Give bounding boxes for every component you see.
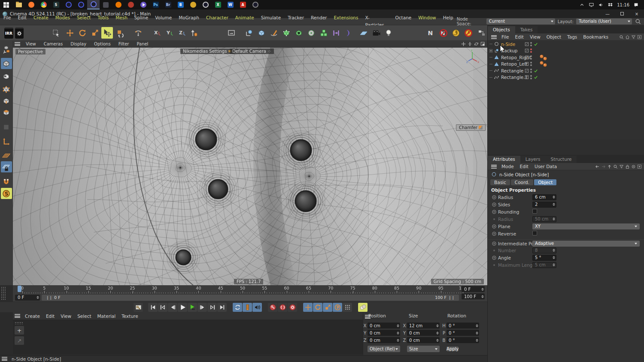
move-tool[interactable] bbox=[64, 27, 76, 39]
om-menu-view[interactable]: View bbox=[527, 34, 544, 39]
keycircle-icon[interactable] bbox=[492, 209, 497, 214]
visibility-dots[interactable] bbox=[530, 48, 532, 53]
goto-end[interactable] bbox=[217, 303, 227, 312]
home-icon[interactable] bbox=[625, 34, 630, 40]
material-menu-create[interactable]: Create bbox=[22, 314, 43, 319]
arrowright-icon[interactable] bbox=[601, 164, 606, 169]
dropbox-icon[interactable] bbox=[608, 2, 613, 8]
object-row-n-side[interactable]: n-Side bbox=[488, 41, 644, 48]
taskbar-start[interactable] bbox=[0, 0, 12, 9]
play-active[interactable] bbox=[188, 303, 197, 312]
subtab-basic[interactable]: Basic bbox=[490, 179, 510, 185]
om-menu-edit[interactable]: Edit bbox=[512, 34, 527, 39]
object-axis-mode[interactable] bbox=[1, 136, 12, 147]
xpresso-node[interactable] bbox=[476, 27, 487, 39]
attr-menu-user-data[interactable]: User Data bbox=[532, 164, 560, 169]
taskbar-substance[interactable] bbox=[125, 0, 137, 9]
nodes-renderer[interactable]: N bbox=[425, 27, 437, 39]
visibility-dots[interactable] bbox=[530, 69, 532, 73]
viewport-settings-label[interactable]: Nikomedias Settings ✱ bbox=[180, 48, 234, 54]
network-icon[interactable] bbox=[589, 2, 594, 8]
taskbar-bridge[interactable]: Br bbox=[162, 0, 174, 9]
coord-dropdown-size[interactable]: Size bbox=[407, 346, 440, 352]
taskbar-quixel[interactable] bbox=[187, 0, 199, 9]
subtab-object[interactable]: Object bbox=[534, 179, 556, 185]
apply-button[interactable]: Apply bbox=[447, 347, 459, 351]
tab-layers[interactable]: Layers bbox=[520, 156, 546, 163]
attributes-menu-icon[interactable] bbox=[491, 165, 497, 169]
default-camera-label[interactable]: Default Camera ⁘ bbox=[230, 48, 274, 54]
taskbar-app-ring-1[interactable] bbox=[62, 0, 75, 9]
taskbar-firefox[interactable] bbox=[25, 0, 37, 9]
key-interpolation[interactable] bbox=[134, 303, 143, 312]
render-settings-button[interactable] bbox=[15, 27, 24, 39]
om-menu-bookmarks[interactable]: Bookmarks bbox=[580, 34, 611, 39]
subtab-coord-[interactable]: Coord. bbox=[511, 179, 533, 185]
floor-object[interactable] bbox=[358, 27, 369, 39]
sides-input[interactable]: 2 bbox=[532, 202, 556, 208]
enable-snap[interactable] bbox=[1, 176, 12, 187]
autokeying[interactable] bbox=[358, 303, 368, 312]
node-space-select[interactable]: Current (Standard/Physical) bbox=[486, 18, 555, 24]
coord-dropdown-object-rel-[interactable]: Object (Rel) bbox=[368, 346, 400, 352]
angle-input[interactable]: 5 ° bbox=[532, 255, 556, 261]
object-manager-menu-icon[interactable] bbox=[491, 35, 497, 39]
pencil-icon[interactable] bbox=[525, 75, 529, 79]
plane-dropdown[interactable]: XY bbox=[532, 223, 640, 229]
z-axis-lock[interactable]: Z bbox=[176, 27, 188, 39]
target-icon[interactable] bbox=[631, 164, 636, 169]
edges-mode[interactable] bbox=[1, 95, 12, 106]
object-row-retopo-right[interactable]: Retopo_Right bbox=[488, 54, 644, 61]
rounding-checkbox[interactable] bbox=[532, 209, 537, 214]
keycircle-icon[interactable] bbox=[492, 231, 497, 236]
visibility-dots[interactable] bbox=[530, 55, 532, 60]
taskbar-media-player[interactable] bbox=[137, 0, 149, 9]
pencil-icon[interactable] bbox=[525, 42, 529, 46]
keycircle-icon[interactable] bbox=[492, 255, 497, 260]
viewport-menu-cameras[interactable]: Cameras bbox=[40, 42, 67, 46]
pencil-icon[interactable] bbox=[525, 62, 529, 66]
keycircle-icon[interactable] bbox=[492, 241, 497, 246]
taskbar-explorer[interactable] bbox=[12, 0, 25, 9]
workplane-mode[interactable] bbox=[1, 150, 12, 161]
notifications-icon[interactable] bbox=[633, 2, 639, 8]
boole-generator[interactable] bbox=[293, 27, 304, 39]
taskbar-cinema4d[interactable]: S bbox=[50, 0, 62, 9]
pencil-icon[interactable] bbox=[525, 55, 529, 60]
arrowup-icon[interactable] bbox=[607, 164, 612, 169]
status-menu-icon[interactable] bbox=[2, 357, 7, 361]
live-selection-tool[interactable] bbox=[50, 27, 62, 39]
active-move-tool[interactable] bbox=[101, 27, 113, 39]
reverse-checkbox[interactable] bbox=[532, 231, 537, 235]
x-axis-lock[interactable]: X bbox=[152, 27, 163, 39]
taskbar-chrome[interactable] bbox=[37, 0, 50, 9]
light-object[interactable] bbox=[383, 27, 394, 39]
spline-smooth-tool[interactable] bbox=[132, 27, 144, 39]
goto-next-key[interactable] bbox=[207, 303, 217, 312]
magnify-icon[interactable] bbox=[619, 34, 624, 40]
material-grip[interactable] bbox=[15, 322, 23, 324]
cube-primitive[interactable] bbox=[255, 27, 267, 39]
subdivision-surface[interactable] bbox=[280, 27, 292, 39]
viewport-canvas[interactable] bbox=[13, 48, 487, 285]
key-pla[interactable] bbox=[343, 303, 352, 312]
lock-workplane[interactable] bbox=[1, 161, 12, 172]
tweak-mode[interactable] bbox=[1, 121, 12, 133]
keyframe-range[interactable] bbox=[243, 303, 252, 312]
play-sound[interactable] bbox=[252, 303, 262, 312]
tab-objects[interactable]: Objects bbox=[488, 26, 515, 33]
taskbar-affinity[interactable] bbox=[199, 0, 212, 9]
coord-input-position-x[interactable]: 0 cm bbox=[368, 323, 400, 329]
attr-menu-edit[interactable]: Edit bbox=[517, 164, 532, 169]
om-menu-file[interactable]: File bbox=[498, 34, 512, 39]
keycircle-icon[interactable] bbox=[492, 195, 497, 200]
viewport-menu-filter[interactable]: Filter bbox=[115, 42, 133, 46]
pencil-icon[interactable] bbox=[525, 69, 529, 73]
play-forwards[interactable] bbox=[178, 303, 187, 312]
object-row-backup[interactable]: Backup bbox=[488, 48, 644, 54]
nodes-renderer-off[interactable]: N bbox=[437, 27, 449, 39]
taskbar-blender[interactable] bbox=[112, 0, 125, 9]
pan-icon[interactable] bbox=[461, 41, 466, 47]
coord-input-rotation-h[interactable]: 0 ° bbox=[447, 323, 479, 329]
clock[interactable]: 11:16 bbox=[617, 3, 629, 7]
